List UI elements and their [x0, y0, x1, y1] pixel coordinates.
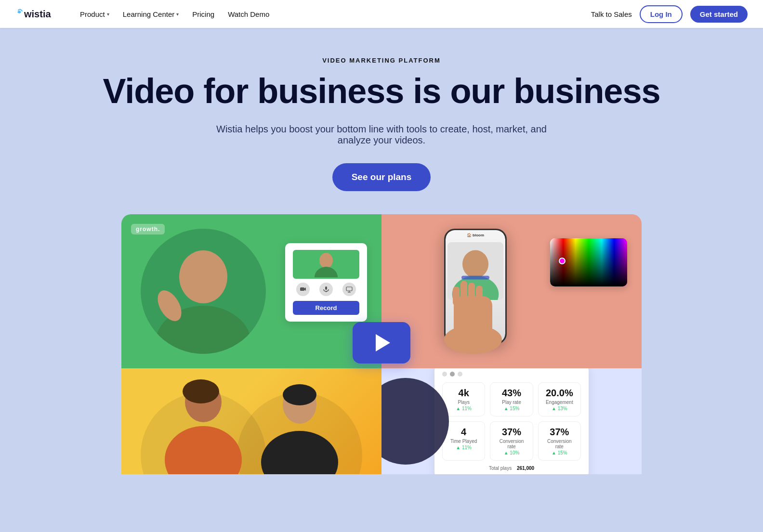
- product-chevron-icon: ▾: [107, 12, 109, 17]
- dot-3: [458, 372, 462, 376]
- time-played-value: 4: [449, 427, 478, 438]
- nav-watch-demo[interactable]: Watch Demo: [222, 7, 275, 21]
- play-rate-tile: 43% Play rate ▲ 15%: [490, 382, 533, 416]
- nav-product[interactable]: Product ▾: [74, 7, 115, 21]
- plays-label: Plays: [449, 400, 478, 405]
- plays-change: ▲ 11%: [449, 406, 478, 411]
- engagement-change: ▲ 13%: [545, 406, 574, 411]
- navigation: wistia Product ▾ Learning Center ▾ Prici…: [0, 0, 763, 28]
- svg-rect-20: [468, 283, 475, 301]
- svg-rect-18: [453, 286, 460, 306]
- plays-value: 4k: [449, 388, 478, 399]
- conv-rate-2-label: Conversion rate: [545, 439, 574, 449]
- record-icons: [293, 283, 359, 296]
- talk-to-sales-link[interactable]: Talk to Sales: [591, 10, 632, 18]
- play-rate-value: 43%: [497, 388, 526, 399]
- engagement-value: 20.0%: [545, 388, 574, 399]
- dot-2: [450, 372, 455, 376]
- svg-text:wistia: wistia: [24, 9, 51, 19]
- color-picker: [550, 238, 627, 286]
- conv-rate-1-label: Conversion rate: [497, 439, 526, 449]
- time-played-label: Time Played: [449, 439, 478, 444]
- conversion-rate-tile-1: 37% Conversion rate ▲ 10%: [490, 421, 533, 461]
- record-cell: growth.: [121, 214, 382, 368]
- people-cell: [121, 368, 382, 474]
- svg-point-5: [315, 267, 338, 277]
- hero-subtitle: Wistia helps you boost your bottom line …: [213, 124, 550, 146]
- svg-rect-10: [346, 287, 352, 291]
- total-plays-label: Total plays: [489, 466, 512, 471]
- analytics-card: 4k Plays ▲ 11% 43% Play rate ▲ 15% 20.0%…: [434, 368, 589, 474]
- camera-icon: [296, 283, 310, 296]
- learning-center-chevron-icon: ▾: [176, 12, 179, 17]
- engagement-label: Engagement: [545, 400, 574, 405]
- analytics-cell: 4k Plays ▲ 11% 43% Play rate ▲ 15% 20.0%…: [382, 368, 642, 474]
- analytics-dots: [442, 372, 581, 376]
- svg-point-4: [319, 253, 333, 268]
- record-ui-card: Record: [285, 243, 367, 322]
- time-played-change: ▲ 11%: [449, 445, 478, 450]
- screen-icon: [342, 283, 356, 296]
- svg-rect-21: [476, 285, 483, 302]
- login-button[interactable]: Log In: [640, 5, 683, 23]
- svg-point-1: [179, 250, 227, 303]
- record-cell-inner: growth.: [121, 214, 382, 368]
- svg-rect-17: [454, 296, 492, 344]
- play-rate-change: ▲ 15%: [497, 406, 526, 411]
- record-button[interactable]: Record: [293, 301, 359, 315]
- nav-learning-center[interactable]: Learning Center ▾: [117, 7, 185, 21]
- growth-tag: growth.: [131, 224, 165, 234]
- conv-rate-2-change: ▲ 15%: [545, 450, 574, 455]
- hand-illustration: [420, 224, 516, 359]
- get-started-button[interactable]: Get started: [690, 6, 748, 23]
- plays-tile: 4k Plays ▲ 11%: [442, 382, 485, 416]
- conversion-rate-tile-2: 37% Conversion rate ▲ 15%: [538, 421, 581, 461]
- mic-icon: [319, 283, 333, 296]
- analytics-row-2: 4 Time Played ▲ 11% 37% Conversion rate …: [442, 421, 581, 461]
- person-circle: [141, 229, 266, 354]
- conv-rate-2-value: 37%: [545, 427, 574, 438]
- total-plays-value: 261,000: [517, 466, 534, 471]
- svg-point-29: [283, 384, 316, 405]
- play-button[interactable]: [353, 322, 410, 363]
- conv-rate-1-value: 37%: [497, 427, 526, 438]
- svg-marker-7: [304, 287, 306, 291]
- svg-point-26: [183, 379, 219, 403]
- nav-links: Product ▾ Learning Center ▾ Pricing Watc…: [74, 7, 591, 21]
- svg-rect-6: [300, 287, 304, 291]
- dot-1: [442, 372, 447, 376]
- hero-eyebrow: VIDEO MARKETING PLATFORM: [10, 57, 753, 64]
- conv-rate-1-change: ▲ 10%: [497, 450, 526, 455]
- svg-rect-8: [325, 286, 327, 290]
- nav-pricing[interactable]: Pricing: [186, 7, 220, 21]
- hero-section: VIDEO MARKETING PLATFORM Video for busin…: [0, 28, 763, 407]
- hero-title: Video for business is our business: [10, 73, 753, 110]
- play-icon: [376, 334, 390, 351]
- color-picker-cursor: [559, 258, 566, 264]
- svg-rect-19: [460, 281, 467, 300]
- cta-button[interactable]: See our plans: [332, 163, 431, 191]
- play-rate-label: Play rate: [497, 400, 526, 405]
- total-plays-footer: Total plays 261,000: [442, 466, 581, 471]
- nav-actions: Talk to Sales Log In Get started: [591, 5, 748, 23]
- time-played-tile: 4 Time Played ▲ 11%: [442, 421, 485, 461]
- engagement-tile: 20.0% Engagement ▲ 13%: [538, 382, 581, 416]
- hero-collage: growth.: [121, 214, 642, 407]
- analytics-row-1: 4k Plays ▲ 11% 43% Play rate ▲ 15% 20.0%…: [442, 382, 581, 416]
- people-illustration: [121, 368, 382, 474]
- logo[interactable]: wistia: [15, 7, 59, 21]
- phone-cell: 🏠 bloom: [382, 214, 642, 368]
